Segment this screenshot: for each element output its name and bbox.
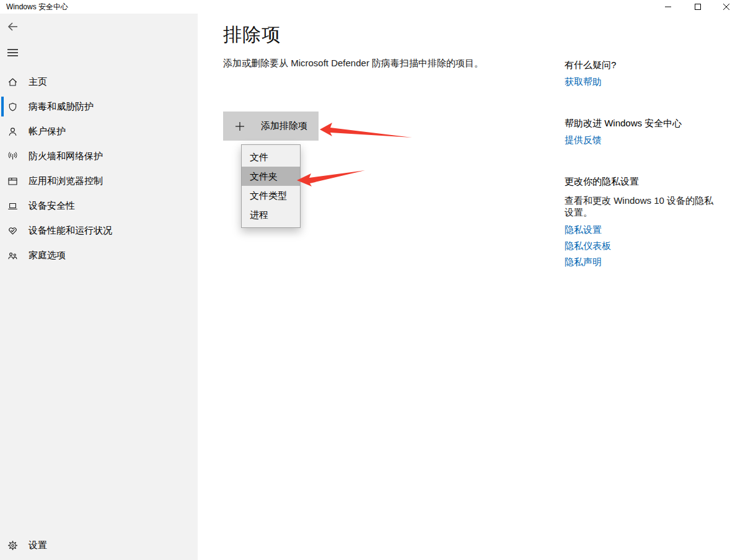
family-icon (7, 250, 18, 261)
sidebar: 主页 病毒和威胁防护 帐户保护 (0, 14, 198, 560)
sidebar-item-home[interactable]: 主页 (0, 69, 198, 94)
home-icon (7, 77, 18, 87)
page-description: 添加或删除要从 Microsoft Defender 防病毒扫描中排除的项目。 (223, 58, 483, 69)
privacy-section-title: 更改你的隐私设置 (565, 176, 639, 188)
network-icon (7, 151, 18, 162)
dropdown-item-process[interactable]: 进程 (242, 205, 300, 224)
sidebar-item-account-protection[interactable]: 帐户保护 (0, 119, 198, 144)
add-exclusion-button-label: 添加排除项 (261, 120, 307, 132)
sidebar-item-device-performance-health[interactable]: 设备性能和运行状况 (0, 218, 198, 243)
shield-icon (7, 102, 18, 112)
minimize-button[interactable] (658, 0, 679, 14)
gear-icon (7, 540, 18, 551)
sidebar-item-app-browser-control[interactable]: 应用和浏览器控制 (0, 168, 198, 193)
sidebar-item-label: 病毒和威胁防护 (29, 101, 94, 113)
title-bar: Windows 安全中心 (0, 0, 735, 14)
sidebar-item-settings[interactable]: 设置 (0, 533, 198, 558)
sidebar-item-firewall-network[interactable]: 防火墙和网络保护 (0, 144, 198, 168)
maximize-icon (694, 3, 702, 11)
back-arrow-icon (7, 20, 19, 33)
window-title: Windows 安全中心 (6, 2, 68, 12)
sidebar-item-virus-threat-protection[interactable]: 病毒和威胁防护 (0, 94, 198, 119)
give-feedback-link[interactable]: 提供反馈 (565, 134, 602, 146)
get-help-link[interactable]: 获取帮助 (565, 76, 602, 88)
sidebar-item-label: 帐户保护 (29, 126, 66, 138)
app-browser-icon (7, 176, 18, 186)
help-section-title: 有什么疑问? (565, 59, 616, 71)
privacy-statement-link[interactable]: 隐私声明 (565, 256, 602, 268)
main-content: 排除项 添加或删除要从 Microsoft Defender 防病毒扫描中排除的… (198, 14, 735, 560)
sidebar-item-label: 设备安全性 (29, 200, 75, 212)
dropdown-item-filetype[interactable]: 文件类型 (242, 186, 300, 205)
privacy-settings-link[interactable]: 隐私设置 (565, 224, 602, 236)
feedback-section-title: 帮助改进 Windows 安全中心 (565, 118, 682, 129)
hamburger-icon (7, 48, 19, 57)
device-icon (7, 201, 18, 211)
dropdown-item-folder[interactable]: 文件夹 (242, 167, 300, 186)
page-title: 排除项 (223, 22, 281, 48)
sidebar-item-label: 应用和浏览器控制 (29, 175, 103, 187)
dropdown-item-file[interactable]: 文件 (242, 147, 300, 167)
maximize-button[interactable] (687, 0, 708, 14)
sidebar-item-label: 主页 (29, 76, 47, 88)
close-button[interactable] (716, 0, 735, 14)
add-exclusion-button[interactable]: 添加排除项 (223, 112, 319, 141)
menu-button[interactable] (5, 45, 21, 61)
sidebar-item-label: 设置 (29, 540, 47, 551)
sidebar-item-device-security[interactable]: 设备安全性 (0, 193, 198, 218)
privacy-section-description: 查看和更改 Windows 10 设备的隐私设置。 (565, 195, 720, 218)
sidebar-item-family-options[interactable]: 家庭选项 (0, 243, 198, 268)
minimize-icon (664, 3, 672, 11)
sidebar-nav: 主页 病毒和威胁防护 帐户保护 (0, 69, 198, 268)
privacy-dashboard-link[interactable]: 隐私仪表板 (565, 240, 611, 252)
sidebar-item-label: 设备性能和运行状况 (29, 225, 112, 237)
plus-icon (235, 121, 245, 131)
close-icon (723, 3, 730, 11)
person-icon (7, 126, 18, 137)
exclusion-type-dropdown: 文件 文件夹 文件类型 进程 (241, 144, 301, 228)
health-icon (7, 225, 18, 236)
sidebar-item-label: 防火墙和网络保护 (29, 151, 103, 162)
sidebar-item-label: 家庭选项 (29, 250, 66, 261)
back-button[interactable] (5, 19, 21, 35)
